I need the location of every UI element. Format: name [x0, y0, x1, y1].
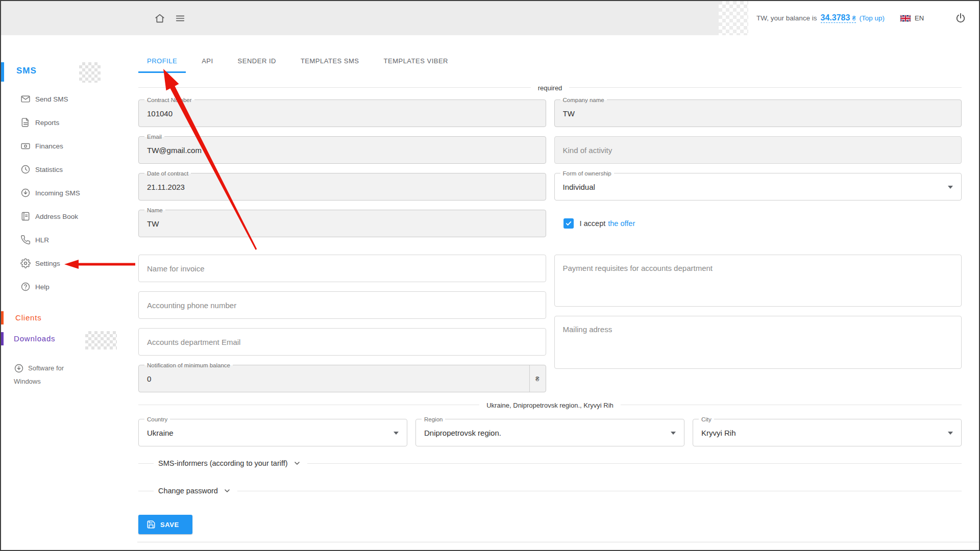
- city-select[interactable]: City Kryvyi Rih: [693, 419, 962, 446]
- accounting-phone-field[interactable]: [138, 291, 546, 319]
- menu-icon[interactable]: [175, 13, 186, 24]
- accounting-phone-input[interactable]: [147, 301, 537, 310]
- save-button-label: SAVE: [160, 521, 179, 529]
- balance-label: TW, your balance is: [756, 14, 817, 22]
- location-selects-row: Country Ukraine Region Dnipropetrovsk re…: [138, 419, 962, 446]
- name-field[interactable]: Name: [138, 210, 546, 237]
- sidebar-item-clients[interactable]: Clients: [15, 313, 41, 322]
- form-column-left: Notification of minimum balance ₴: [138, 255, 546, 392]
- sidebar-title-sms[interactable]: SMS: [16, 66, 37, 76]
- checker-decoration: [79, 62, 101, 83]
- field-label: Region: [422, 415, 445, 423]
- kind-of-activity-field[interactable]: [554, 136, 962, 164]
- name-for-invoice-field[interactable]: [138, 255, 546, 282]
- accept-offer-row: I accept the offer: [554, 210, 962, 237]
- location-divider: Ukraine, Dnipropetrovsk region., Kryvyi …: [138, 400, 962, 409]
- sms-accent-bar: [1, 62, 4, 82]
- tab-templates-sms[interactable]: TEMPLATES SMS: [292, 51, 368, 73]
- min-balance-input[interactable]: [147, 374, 529, 383]
- balance-amount: 34.3783: [821, 13, 850, 22]
- language-label[interactable]: EN: [915, 14, 924, 22]
- sidebar-item-help[interactable]: Help: [1, 275, 137, 298]
- clients-accent-bar: [1, 311, 4, 324]
- change-password-expander[interactable]: Change password: [138, 484, 962, 497]
- report-icon: [20, 117, 31, 128]
- divider-line: [138, 491, 154, 491]
- form-column-right: [554, 255, 962, 392]
- accept-offer-checkbox[interactable]: [564, 218, 574, 229]
- contract-number-input[interactable]: [147, 109, 537, 118]
- city-value: Kryvyi Rih: [701, 429, 736, 437]
- form-section-invoice: Notification of minimum balance ₴: [138, 255, 962, 392]
- field-label: Form of ownership: [560, 169, 614, 178]
- sidebar-item-label: Address Book: [35, 213, 78, 220]
- divider-line: [307, 463, 962, 464]
- sidebar-item-software-for-windows[interactable]: Software for Windows: [14, 362, 78, 388]
- home-icon[interactable]: [154, 13, 165, 24]
- sidebar-item-address-book[interactable]: Address Book: [1, 205, 137, 228]
- email-input[interactable]: [147, 146, 537, 155]
- envelope-icon: [20, 94, 31, 104]
- checkbox-check-icon: [565, 220, 572, 227]
- country-select[interactable]: Country Ukraine: [138, 419, 407, 446]
- sidebar-item-reports[interactable]: Reports: [1, 111, 137, 134]
- sidebar-item-label: Finances: [35, 142, 63, 150]
- company-name-field[interactable]: Company name: [554, 99, 962, 127]
- min-balance-field[interactable]: Notification of minimum balance ₴: [138, 365, 546, 392]
- tab-profile[interactable]: PROFILE: [138, 51, 186, 73]
- sidebar-item-statistics[interactable]: Statistics: [1, 158, 137, 181]
- sidebar-item-send-sms[interactable]: Send SMS: [1, 87, 137, 111]
- location-summary: Ukraine, Dnipropetrovsk region., Kryvyi …: [479, 402, 621, 409]
- contract-number-field[interactable]: Contract Number: [138, 99, 546, 127]
- sidebar-item-downloads[interactable]: Downloads: [14, 334, 55, 343]
- logout-power-icon[interactable]: [954, 12, 967, 24]
- field-label: Name: [144, 206, 165, 214]
- app-window: TW, your balance is 34.3783 ₴ (Top up) E…: [0, 0, 980, 551]
- accounts-department-email-field[interactable]: [138, 328, 546, 356]
- company-name-input[interactable]: [563, 109, 953, 118]
- form-column-left: Contract Number Email Date of contract N…: [138, 99, 546, 237]
- sidebar: SMS Send SMS Reports Finances Statistics: [1, 35, 137, 550]
- date-of-contract-field[interactable]: Date of contract: [138, 173, 546, 201]
- sidebar-item-finances[interactable]: Finances: [1, 134, 137, 158]
- currency-symbol: ₴: [852, 15, 856, 22]
- sidebar-item-label: Settings: [35, 260, 60, 267]
- change-password-label: Change password: [158, 487, 218, 495]
- sidebar-item-settings[interactable]: Settings: [1, 252, 137, 275]
- field-label: Date of contract: [144, 169, 191, 178]
- form-of-ownership-select[interactable]: Form of ownership Individual: [554, 173, 962, 201]
- form-column-right: Company name Form of ownership Individua…: [554, 99, 962, 237]
- accounts-department-email-input[interactable]: [147, 338, 537, 346]
- balance-amount-link[interactable]: 34.3783 ₴: [821, 13, 856, 23]
- tab-api[interactable]: API: [193, 51, 222, 73]
- required-divider: required: [138, 83, 962, 91]
- region-select[interactable]: Region Dnipropetrovsk region.: [415, 419, 684, 446]
- dropdown-caret-icon: [671, 432, 676, 437]
- name-for-invoice-input[interactable]: [147, 264, 537, 273]
- save-button[interactable]: SAVE: [138, 515, 192, 534]
- payment-requisites-textarea[interactable]: [554, 255, 962, 307]
- topbar: TW, your balance is 34.3783 ₴ (Top up) E…: [1, 1, 979, 35]
- main-content: PROFILE API SENDER ID TEMPLATES SMS TEMP…: [138, 35, 962, 534]
- field-label: City: [699, 415, 714, 423]
- email-field[interactable]: Email: [138, 136, 546, 164]
- sidebar-item-hlr[interactable]: HLR: [1, 228, 137, 252]
- name-input[interactable]: [147, 219, 537, 228]
- wallet-icon: [20, 141, 31, 151]
- checker-decoration: [85, 331, 117, 349]
- mailing-address-textarea[interactable]: [554, 316, 962, 369]
- sidebar-item-label: Incoming SMS: [35, 189, 80, 197]
- chevron-down-icon: [293, 459, 301, 467]
- offer-link[interactable]: the offer: [608, 219, 635, 228]
- sidebar-item-incoming-sms[interactable]: Incoming SMS: [1, 181, 137, 205]
- tab-templates-viber[interactable]: TEMPLATES VIBER: [375, 51, 457, 73]
- tab-sender-id[interactable]: SENDER ID: [229, 51, 285, 73]
- uk-flag-icon: [900, 15, 911, 22]
- sms-informers-expander[interactable]: SMS-informers (according to your tariff): [138, 457, 962, 470]
- accept-label: I accept: [580, 219, 606, 228]
- topbar-icons: [154, 1, 186, 35]
- date-of-contract-input[interactable]: [147, 183, 537, 191]
- kind-of-activity-input[interactable]: [563, 146, 953, 155]
- required-label: required: [531, 84, 570, 92]
- top-up-link[interactable]: (Top up): [860, 14, 885, 22]
